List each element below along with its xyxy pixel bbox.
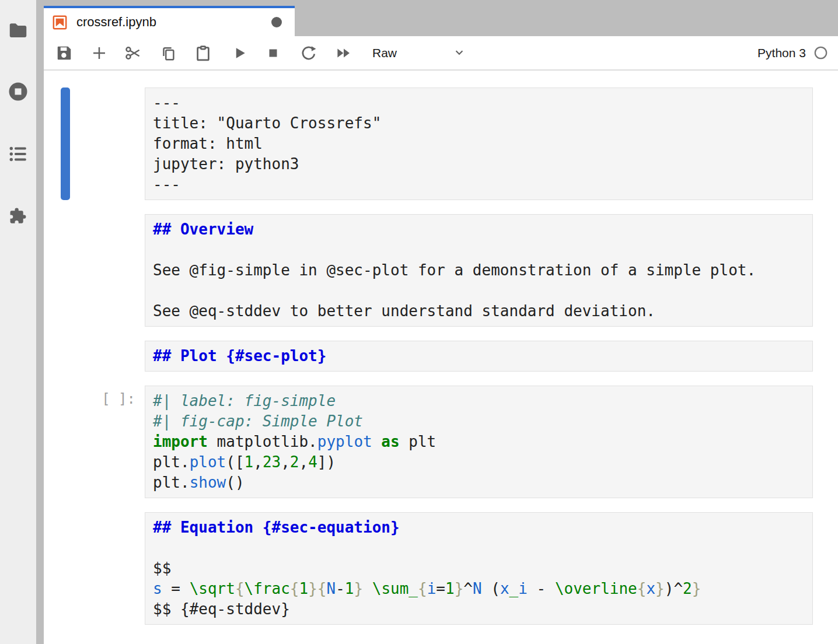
main-panel: crossref.ipynb	[44, 0, 838, 644]
interrupt-kernel-button[interactable]	[261, 41, 285, 65]
cell-editor[interactable]: ## Overview See @fig-simple in @sec-plot…	[145, 214, 813, 327]
code-line: title: "Quarto Crossrefs"	[153, 113, 806, 134]
cell-editor[interactable]: ## Equation {#sec-equation} $$s = \sqrt{…	[145, 512, 813, 625]
file-browser-icon[interactable]	[7, 19, 29, 41]
cell-type-selected-label: Raw	[372, 46, 397, 60]
code-line: #| fig-cap: Simple Plot	[153, 411, 806, 432]
code-line: import matplotlib.pyplot as plt	[153, 432, 806, 452]
notebook-icon	[52, 15, 68, 30]
code-line	[153, 281, 806, 301]
cell-prompt	[70, 341, 145, 372]
active-cell-collapser[interactable]	[61, 88, 70, 200]
code-line: s = \sqrt{\frac{1}{N-1} \sum_{i=1}^N (x_…	[153, 579, 806, 599]
cell-collapser[interactable]	[61, 341, 70, 372]
restart-run-all-button[interactable]	[332, 41, 355, 65]
cell-markdown-1[interactable]: ## Overview See @fig-simple in @sec-plot…	[44, 214, 838, 327]
code-line: $$	[153, 558, 806, 579]
cell-code-3[interactable]: [ ]:#| label: fig-simple#| fig-cap: Simp…	[44, 386, 838, 498]
tab-title: crossref.ipynb	[76, 15, 156, 30]
code-line	[153, 538, 806, 558]
cell-prompt	[70, 88, 145, 200]
cell-collapser[interactable]	[61, 386, 70, 498]
chevron-down-icon	[452, 45, 467, 60]
kernel-name-label: Python 3	[757, 46, 806, 60]
kernel-status-icon	[813, 46, 828, 60]
cell-type-dropdown[interactable]: Raw	[372, 36, 512, 69]
code-line: ---	[153, 174, 806, 195]
code-line: ---	[153, 93, 806, 113]
code-line: See @eq-stddev to better understand stan…	[153, 301, 806, 321]
unsaved-changes-indicator[interactable]	[271, 17, 282, 27]
sidebar-divider	[36, 0, 44, 644]
cell-prompt	[70, 214, 145, 327]
save-button[interactable]	[53, 41, 76, 65]
code-line: See @fig-simple in @sec-plot for a demon…	[153, 260, 806, 281]
cell-collapser[interactable]	[61, 512, 70, 625]
cell-markdown-4[interactable]: ## Equation {#sec-equation} $$s = \sqrt{…	[44, 512, 838, 625]
code-line: ## Overview	[153, 219, 806, 240]
cell-raw-0[interactable]: ---title: "Quarto Crossrefs"format: html…	[44, 88, 838, 200]
tab-bar: crossref.ipynb	[44, 6, 838, 36]
run-cell-button[interactable]	[228, 41, 252, 65]
paste-cell-button[interactable]	[191, 41, 215, 65]
restart-kernel-button[interactable]	[297, 41, 320, 65]
kernel-switcher[interactable]: Python 3	[757, 36, 828, 69]
code-line: ## Plot {#sec-plot}	[153, 346, 806, 366]
cell-prompt: [ ]:	[70, 386, 145, 498]
notebook-cells: ---title: "Quarto Crossrefs"format: html…	[44, 71, 838, 625]
copy-cell-button[interactable]	[156, 41, 180, 65]
running-sessions-icon[interactable]	[7, 80, 29, 103]
insert-cell-button[interactable]	[88, 41, 111, 65]
code-line: jupyter: python3	[153, 154, 806, 174]
cut-cell-button[interactable]	[121, 41, 145, 65]
code-line: plt.plot([1,23,2,4])	[153, 452, 806, 473]
cell-editor[interactable]: ---title: "Quarto Crossrefs"format: html…	[145, 88, 813, 200]
code-line: #| label: fig-simple	[153, 391, 806, 411]
extension-manager-icon[interactable]	[7, 205, 29, 227]
table-of-contents-icon[interactable]	[7, 143, 29, 165]
cell-editor[interactable]: #| label: fig-simple#| fig-cap: Simple P…	[145, 386, 813, 498]
activity-sidebar	[0, 0, 36, 644]
code-line: ## Equation {#sec-equation}	[153, 517, 806, 538]
code-line: format: html	[153, 134, 806, 154]
code-line: plt.show()	[153, 473, 806, 493]
cell-collapser[interactable]	[61, 214, 70, 327]
cell-editor[interactable]: ## Plot {#sec-plot}	[145, 341, 813, 372]
cell-markdown-2[interactable]: ## Plot {#sec-plot}	[44, 341, 838, 372]
code-line	[153, 240, 806, 260]
dock-top-band	[44, 0, 838, 6]
tab-crossref-ipynb[interactable]: crossref.ipynb	[44, 6, 295, 36]
cell-prompt	[70, 512, 145, 625]
notebook-toolbar: Raw Python 3	[44, 36, 838, 71]
code-line: $$ {#eq-stddev}	[153, 599, 806, 620]
